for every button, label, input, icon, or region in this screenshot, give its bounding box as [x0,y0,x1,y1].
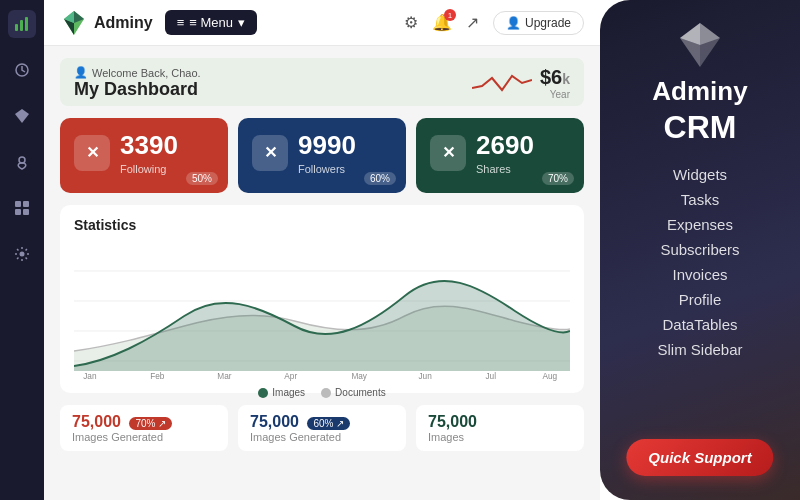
revenue-info: $6k Year [540,66,570,100]
followers-card: ✕ 9990 Followers 60% [238,118,406,193]
bottom-stat-2-value: 75,000 [250,413,299,430]
welcome-left: 👤 Welcome Back, Chao. My Dashboard [74,66,201,100]
bottom-stat-1-label: Images Generated [72,431,216,443]
bottom-stat-3-label: Images [428,431,572,443]
dashboard: 👤 Welcome Back, Chao. My Dashboard $6k Y… [44,46,600,500]
following-badge: 50% [186,172,218,185]
bottom-stat-3-value: 75,000 [428,413,477,430]
svg-rect-0 [15,24,18,31]
shares-label: Shares [476,163,534,175]
svg-rect-6 [15,201,21,207]
user-icon-small: 👤 [74,66,88,79]
bottom-stat-1-badge: 70% ↗ [129,417,172,430]
menu-button[interactable]: ≡ ≡ Menu ▾ [165,10,257,35]
followers-label: Followers [298,163,356,175]
sidebar-icon-diamond[interactable] [8,102,36,130]
sidebar-icon-clock[interactable] [8,56,36,84]
settings-nav-icon[interactable]: ⚙ [404,13,418,32]
menu-label: ≡ Menu [189,15,233,30]
menu-icon: ≡ [177,15,185,30]
logo-icon [60,9,88,37]
share-icon[interactable]: ↗ [466,13,479,32]
menu-item-datatables[interactable]: DataTables [616,312,784,337]
upgrade-label: Upgrade [525,16,571,30]
card-top-2: ✕ 9990 Followers [252,130,392,175]
svg-text:Feb: Feb [150,371,164,381]
notification-icon[interactable]: 🔔 1 [432,13,452,32]
svg-text:Jun: Jun [418,371,431,381]
bottom-stat-1-value: 75,000 [72,413,121,430]
svg-point-10 [20,252,25,257]
menu-item-invoices[interactable]: Invoices [616,262,784,287]
right-logo-icon [675,20,725,70]
x-icon-shares: ✕ [430,135,466,171]
bottom-stat-3: 75,000 Images [416,405,584,451]
sparkline [472,68,532,98]
legend-images-dot [258,388,268,398]
shares-card: ✕ 2690 Shares 70% [416,118,584,193]
chart-area: Jan Feb Mar Apr May Jun Jul Aug Images [74,241,570,381]
sidebar [0,0,44,500]
svg-rect-2 [25,17,28,31]
sidebar-icon-chart[interactable] [8,10,36,38]
menu-item-subscribers[interactable]: Subscribers [616,237,784,262]
x-icon-following: ✕ [74,135,110,171]
navbar-icons: ⚙ 🔔 1 ↗ 👤 Upgrade [404,11,584,35]
followers-badge: 60% [364,172,396,185]
bottom-stat-2-badge: 60% ↗ [307,417,350,430]
card-top: ✕ 3390 Following [74,130,214,175]
legend-images: Images [258,387,305,398]
revenue-label: Year [540,89,570,100]
sidebar-icon-settings[interactable] [8,240,36,268]
bottom-stat-3-value-row: 75,000 [428,413,572,431]
right-panel: Adminy CRM Widgets Tasks Expenses Subscr… [600,0,800,500]
chevron-down-icon: ▾ [238,15,245,30]
main-content: Adminy ≡ ≡ Menu ▾ ⚙ 🔔 1 ↗ 👤 Upgrade [44,0,600,500]
legend-docs-label: Documents [335,387,386,398]
statistics-title: Statistics [74,217,570,233]
menu-item-profile[interactable]: Profile [616,287,784,312]
legend-documents: Documents [321,387,386,398]
stat-cards: ✕ 3390 Following 50% ✕ 9990 Followers 60… [60,118,584,193]
menu-item-slim-sidebar[interactable]: Slim Sidebar [616,337,784,362]
svg-rect-8 [15,209,21,215]
svg-rect-1 [20,20,23,31]
chart-legend: Images Documents [74,387,570,398]
bottom-stat-1-value-row: 75,000 70% ↗ [72,413,216,431]
bottom-stat-2-label: Images Generated [250,431,394,443]
svg-text:Mar: Mar [217,371,231,381]
notification-badge: 1 [444,9,456,21]
user-icon: 👤 [506,16,521,30]
following-card: ✕ 3390 Following 50% [60,118,228,193]
svg-marker-4 [15,109,29,123]
sidebar-icon-pin[interactable] [8,148,36,176]
sidebar-icon-grid[interactable] [8,194,36,222]
followers-number: 9990 [298,130,356,161]
statistics-section: Statistics Jan Feb [60,205,584,393]
greeting-label: Welcome Back, Chao. [92,67,201,79]
dashboard-title: My Dashboard [74,79,201,100]
bottom-stat-2-value-row: 75,000 60% ↗ [250,413,394,431]
welcome-bar: 👤 Welcome Back, Chao. My Dashboard $6k Y… [60,58,584,106]
bottom-stat-1: 75,000 70% ↗ Images Generated [60,405,228,451]
svg-text:Jan: Jan [83,371,96,381]
svg-text:Jul: Jul [485,371,496,381]
following-number: 3390 [120,130,178,161]
menu-item-widgets[interactable]: Widgets [616,162,784,187]
svg-text:Apr: Apr [284,371,297,381]
navbar: Adminy ≡ ≡ Menu ▾ ⚙ 🔔 1 ↗ 👤 Upgrade [44,0,600,46]
legend-images-label: Images [272,387,305,398]
svg-rect-9 [23,209,29,215]
svg-point-5 [19,157,25,163]
right-product-text: CRM [664,109,737,146]
svg-text:Aug: Aug [542,371,557,381]
legend-docs-dot [321,388,331,398]
shares-number: 2690 [476,130,534,161]
menu-item-expenses[interactable]: Expenses [616,212,784,237]
shares-badge: 70% [542,172,574,185]
upgrade-button[interactable]: 👤 Upgrade [493,11,584,35]
bottom-stats: 75,000 70% ↗ Images Generated 75,000 60%… [60,405,584,451]
greeting-text: 👤 Welcome Back, Chao. [74,66,201,79]
menu-item-tasks[interactable]: Tasks [616,187,784,212]
quick-support-button[interactable]: Quick Support [626,439,773,476]
